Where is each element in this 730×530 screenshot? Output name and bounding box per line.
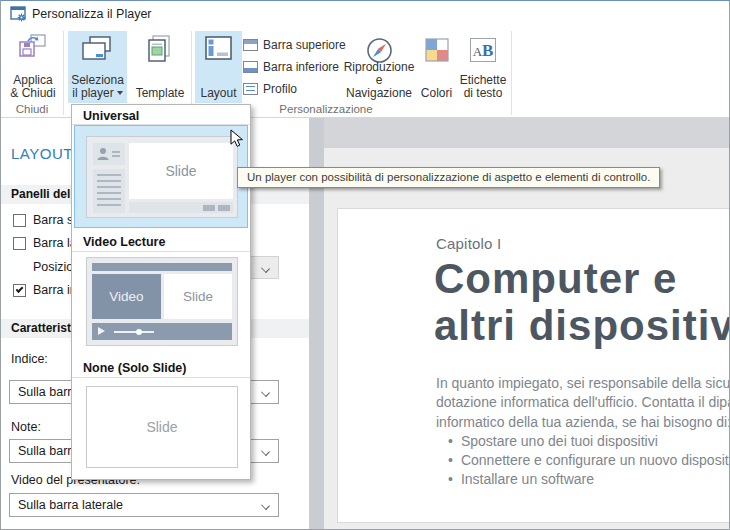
title-bar: Personalizza il Player — [1, 1, 730, 27]
preview-top-band — [324, 118, 730, 148]
playback-label-line2: e Navigazione — [341, 74, 417, 100]
ribbon-group-customization-label: Personalizzazione — [256, 103, 396, 115]
select-player-icon — [82, 36, 112, 62]
presenter-video-select-value: Sulla barra laterale — [18, 498, 123, 512]
vl-top-bar — [92, 263, 232, 271]
seek-dot — [136, 329, 142, 335]
seek-line — [114, 331, 154, 333]
dropdown-arrow-icon — [117, 91, 123, 95]
template-button[interactable]: Template — [131, 31, 189, 103]
bar-side-checkbox[interactable] — [13, 237, 26, 250]
chevron-down-icon — [262, 501, 270, 509]
bar-top-icon — [243, 39, 258, 51]
layout-button[interactable]: Layout — [195, 31, 242, 103]
colors-button[interactable]: Colori — [418, 31, 455, 103]
layout-icon — [205, 36, 232, 60]
toggle-bar-bottom[interactable]: Barra inferiore — [243, 59, 339, 75]
colors-icon — [425, 38, 449, 62]
menu-section-video-lecture-header: Video Lecture — [83, 235, 239, 249]
tooltip: Un player con possibilità di personalizz… — [237, 167, 660, 188]
window-title: Personalizza il Player — [32, 7, 152, 21]
player-option-universal[interactable]: Slide — [74, 125, 248, 228]
player-option-none[interactable]: Slide — [86, 386, 238, 468]
ribbon-separator — [511, 31, 512, 115]
vl-video-area: Video — [92, 274, 161, 319]
panel-title: LAYOUT — [11, 145, 73, 162]
text-labels-button[interactable]: AB Etichette di testo — [457, 31, 509, 103]
apply-close-label-line2: & Chiudi — [4, 87, 62, 100]
bullet-marker: • — [448, 451, 453, 470]
slide-body-text: In quanto impiegato, sei responsabile de… — [436, 374, 730, 490]
ribbon-group-close-label: Chiudi — [1, 103, 63, 115]
profile-icon — [243, 83, 258, 95]
bar-bottom-label: Barra inferiore — [263, 60, 339, 74]
bar-bottom-icon — [243, 61, 258, 73]
bar-top-label: Barra superiore — [263, 38, 346, 52]
colors-label: Colori — [418, 87, 455, 100]
template-label: Template — [131, 87, 189, 100]
notes-label: Note: — [11, 420, 41, 434]
select-player-menu: Universal Slide — [71, 104, 251, 480]
mouse-cursor — [230, 129, 248, 148]
slide-heading: Computer e altri dispositivi — [434, 255, 730, 349]
chevron-down-icon — [262, 264, 270, 272]
chevron-down-icon — [262, 447, 270, 455]
ribbon-separator — [63, 31, 64, 115]
app-window-gear-icon — [10, 6, 27, 23]
player-option-video-lecture[interactable]: Video Slide — [86, 257, 238, 346]
slide-preview: Capitolo I Computer e altri dispositivi … — [337, 208, 730, 523]
menu-section-universal-header: Universal — [83, 109, 239, 123]
presenter-video-select[interactable]: Sulla barra laterale — [9, 493, 279, 517]
vl-playbar — [92, 323, 232, 340]
outline-lines-icon — [97, 174, 121, 208]
slide-bullet-item: •Installare un software — [436, 470, 730, 489]
text-labels-icon: AB — [470, 38, 496, 62]
apply-close-icon — [19, 34, 47, 62]
universal-slide-area: Slide — [129, 143, 233, 199]
profile-label: Profilo — [263, 82, 297, 96]
slide-bullet-item: •Connettere e configurare un nuovo dispo… — [436, 451, 730, 470]
customize-player-window: Personalizza il Player Applica & Chiudi … — [0, 0, 730, 530]
text-labels-line2: di testo — [457, 87, 509, 100]
outline-label: Indice: — [11, 352, 48, 366]
layout-label: Layout — [195, 87, 242, 100]
bullet-marker: • — [448, 470, 453, 489]
select-player-label-line2: il player — [72, 86, 113, 100]
select-player-button[interactable]: Seleziona il player — [68, 31, 127, 103]
vl-slide-area: Slide — [164, 274, 232, 319]
toggle-profile[interactable]: Profilo — [243, 81, 297, 97]
presenter-box — [93, 143, 125, 165]
universal-bottom-bar — [129, 202, 233, 213]
menu-section-none-header: None (Solo Slide) — [83, 361, 239, 375]
bar-top-checkbox[interactable] — [13, 214, 26, 227]
play-icon — [98, 327, 105, 335]
slide-bullet-item: •Spostare uno dei tuoi dispositivi — [436, 432, 730, 451]
apply-close-button[interactable]: Applica & Chiudi — [4, 31, 62, 103]
bar-bottom-checkbox[interactable] — [13, 284, 26, 297]
ribbon-separator — [191, 31, 192, 115]
toggle-bar-top[interactable]: Barra superiore — [243, 37, 346, 53]
universal-thumbnail: Slide — [86, 136, 238, 218]
bullet-marker: • — [448, 432, 453, 451]
slide-chapter: Capitolo I — [436, 235, 501, 252]
outline-box — [93, 169, 125, 213]
template-icon — [148, 35, 172, 63]
chevron-down-icon — [262, 388, 270, 396]
playback-navigation-button[interactable]: Riproduzione e Navigazione — [341, 31, 417, 103]
checkmark-icon — [16, 285, 24, 293]
presenter-avatar-icon — [93, 143, 125, 165]
